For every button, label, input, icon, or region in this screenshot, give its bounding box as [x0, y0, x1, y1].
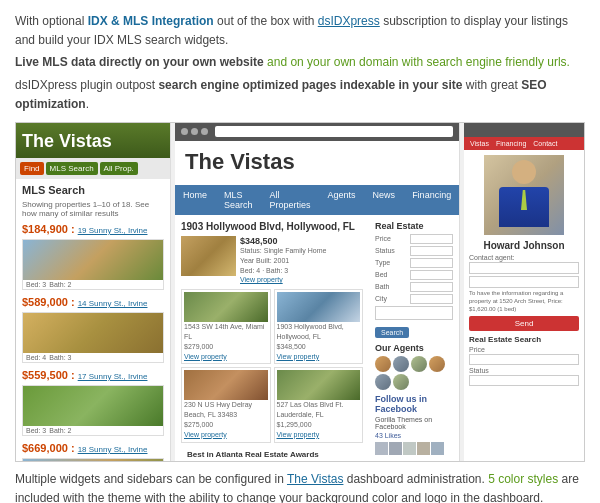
sc-form-input-city[interactable]: [410, 294, 453, 304]
sr-price-field[interactable]: [469, 354, 579, 365]
sr-nav-vistas[interactable]: Vistas: [467, 139, 492, 148]
intro-line2: Live MLS data directly on your own websi…: [15, 53, 585, 72]
sr-nav-financing[interactable]: Financing: [493, 139, 529, 148]
sl-property-img-4: [23, 459, 163, 461]
sc-listing-row-2: 1543 SW 14th Ave, Miami FL $279,000 View…: [181, 289, 271, 364]
sc-search-button[interactable]: Search: [375, 327, 409, 338]
sc-sidebar-agent-5: [375, 374, 391, 390]
sc-form-input-status[interactable]: [410, 246, 453, 256]
bottom-text: Multiple widgets and sidebars can be con…: [15, 470, 585, 503]
sr-agent-body: [499, 187, 549, 227]
sc-sidebar-agent-3: [411, 356, 427, 372]
sc-nav-financing[interactable]: Financing: [404, 185, 459, 215]
sc-listing-img-main: [181, 236, 236, 276]
sc-view-2[interactable]: View property: [184, 352, 268, 362]
sc-fb-count: 43 Likes: [375, 432, 453, 439]
sc-form-city: City: [375, 294, 453, 304]
sl-search-desc: Showing properties 1–10 of 18. See how m…: [16, 198, 170, 220]
sc-fb-photo-2: [389, 442, 402, 455]
sc-listing-img-2: [184, 292, 268, 322]
sr-nav-contact[interactable]: Contact: [530, 139, 560, 148]
sc-nav-news[interactable]: News: [365, 185, 404, 215]
sc-view-4[interactable]: View property: [184, 430, 268, 440]
sl-title-text: The Vistas: [22, 131, 112, 151]
sc-addr-5: 527 Las Olas Blvd Ft. Lauderdale, FL: [277, 400, 361, 420]
sc-agent-photos: [375, 356, 453, 390]
sc-main-price: $348,500: [240, 236, 363, 246]
bottom-line1-middle: dashboard administration.: [343, 472, 488, 486]
sc-main-type: Status: Single Family Home: [240, 246, 363, 256]
sc-listing-details-4: 230 N US Hwy Delray Beach, FL 33483 $275…: [184, 400, 268, 439]
sc-dot-2: [191, 128, 198, 135]
sc-header: The Vistas: [175, 141, 459, 185]
sc-form-label-status: Status: [375, 247, 410, 254]
sl-property-img-1: [23, 240, 163, 280]
sr-status-field[interactable]: [469, 375, 579, 386]
sr-status-label: Status: [469, 367, 579, 374]
sc-addr-2: 1543 SW 14th Ave, Miami FL: [184, 322, 268, 342]
sc-nav-mls[interactable]: MLS Search: [216, 185, 261, 215]
sl-nav-find[interactable]: Find: [20, 162, 44, 175]
sc-view-5[interactable]: View property: [277, 430, 361, 440]
sl-price-4: $669,000 : 18 Sunny St., Irvine: [16, 439, 170, 455]
intro-line2-highlight: and on your own domain with search engin…: [267, 55, 570, 69]
sc-form-status: Status: [375, 246, 453, 256]
sc-form-label-city: City: [375, 295, 410, 302]
sr-your-email-field[interactable]: [469, 276, 579, 288]
sl-property-img-2: [23, 313, 163, 353]
sc-dot-1: [181, 128, 188, 135]
sc-main-view-btn[interactable]: View property: [240, 275, 363, 285]
sl-info-1: Bed: 3Bath: 2: [23, 280, 163, 289]
sc-addr-4: 230 N US Hwy Delray Beach, FL 33483: [184, 400, 268, 420]
sc-url-bar: [215, 126, 453, 137]
sr-send-button[interactable]: Send: [469, 316, 579, 331]
sl-property-1: Bed: 3Bath: 2: [22, 239, 164, 290]
sc-form-price: Price: [375, 234, 453, 244]
sc-form-input-price[interactable]: [410, 234, 453, 244]
sc-main-beds: Bed: 4 · Bath: 3: [240, 266, 363, 276]
bottom-vistas-link[interactable]: The Vistas: [287, 472, 343, 486]
sc-awards-title: Best in Atlanta Real Estate Awards: [181, 446, 363, 461]
sc-sidebar-agent-6: [393, 374, 409, 390]
sc-nav-home[interactable]: Home: [175, 185, 215, 215]
sc-listing-details-2: 1543 SW 14th Ave, Miami FL $279,000 View…: [184, 322, 268, 361]
sr-agent-tie: [521, 190, 527, 210]
sr-price-label: Price: [469, 346, 579, 353]
sc-main-details: Status: Single Family Home Year Built: 2…: [240, 246, 363, 285]
sc-sidebar: Real Estate Price Status Type Bed: [369, 215, 459, 461]
sc-fb-subtitle: Gorilla Themes on Facebook: [375, 416, 453, 430]
sl-header: The Vistas: [16, 123, 170, 158]
sl-nav: Find MLS Search All Prop.: [16, 158, 170, 179]
sc-listing-img-4: [184, 370, 268, 400]
sc-dot-3: [201, 128, 208, 135]
sc-nav-agents[interactable]: Agents: [320, 185, 364, 215]
sc-sidebar-title: Real Estate: [375, 221, 453, 231]
sc-view-3[interactable]: View property: [277, 352, 361, 362]
sc-form-input-bed[interactable]: [410, 270, 453, 280]
sc-addr-3: 1903 Hollywood Blvd, Hollywood, FL: [277, 322, 361, 342]
sc-listing-details-3: 1903 Hollywood Blvd, Hollywood, FL $348,…: [277, 322, 361, 361]
sc-fb-photo-5: [431, 442, 444, 455]
screenshots-container: The Vistas Find MLS Search All Prop. MLS…: [15, 122, 585, 462]
sr-body: Howard Johnson Contact agent: To have th…: [464, 150, 584, 461]
sr-your-name-field[interactable]: [469, 262, 579, 274]
sc-fb-photo-3: [403, 442, 416, 455]
sl-nav-all[interactable]: All Prop.: [100, 162, 138, 175]
intro-dsidxpress-link[interactable]: dsIDXpress: [318, 14, 380, 28]
intro-section: With optional IDX & MLS Integration out …: [15, 12, 585, 114]
sc-form-bed: Bed: [375, 270, 453, 280]
sc-main-listing: $348,500 Status: Single Family Home Year…: [181, 236, 363, 285]
sc-listing-img-3: [277, 292, 361, 322]
sr-agent-photo-container: [484, 155, 564, 235]
sc-form-input-bath[interactable]: [410, 282, 453, 292]
sc-form-input-type[interactable]: [410, 258, 453, 268]
intro-line3-before: dsIDXpress plugin outpost: [15, 78, 158, 92]
sc-main: 1903 Hollywood Blvd, Hollywood, FL $348,…: [175, 215, 369, 461]
sc-nav-all[interactable]: All Properties: [262, 185, 319, 215]
sc-neighborhood-input[interactable]: [375, 306, 453, 320]
sc-header-title: The Vistas: [185, 149, 449, 175]
sc-form-type: Type: [375, 258, 453, 268]
sl-info-3: Bed: 3Bath: 2: [23, 426, 163, 435]
sc-price-4: $275,000: [184, 420, 268, 430]
sl-nav-mls[interactable]: MLS Search: [46, 162, 98, 175]
